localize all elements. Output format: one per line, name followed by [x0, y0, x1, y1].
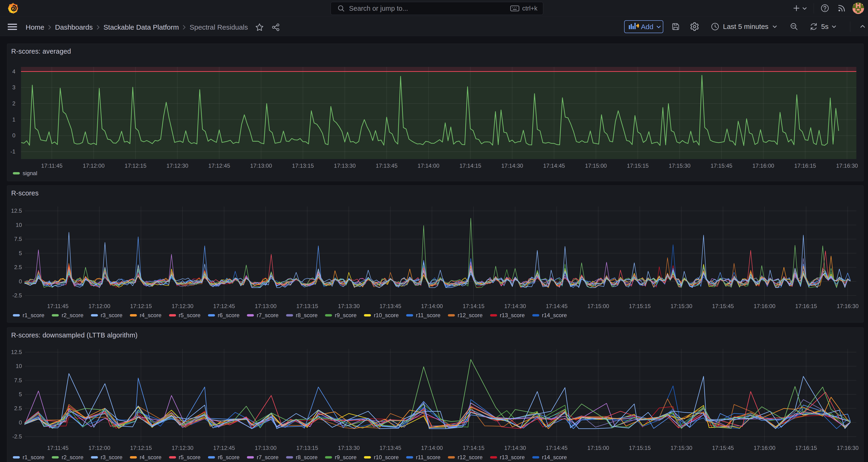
- svg-text:17:13:15: 17:13:15: [296, 445, 318, 451]
- svg-text:17:13:45: 17:13:45: [376, 162, 398, 169]
- svg-text:3: 3: [12, 84, 16, 91]
- svg-text:17:15:15: 17:15:15: [629, 303, 651, 309]
- svg-text:17:11:45: 17:11:45: [47, 445, 68, 451]
- svg-text:17:12:30: 17:12:30: [172, 445, 193, 451]
- svg-text:17:12:00: 17:12:00: [83, 162, 104, 169]
- svg-text:17:15:00: 17:15:00: [587, 303, 609, 309]
- svg-text:17:14:15: 17:14:15: [460, 162, 481, 169]
- svg-text:17:14:15: 17:14:15: [463, 303, 484, 309]
- svg-text:5: 5: [19, 391, 22, 397]
- svg-text:17:15:15: 17:15:15: [629, 445, 651, 451]
- svg-text:17:13:00: 17:13:00: [250, 162, 272, 169]
- svg-text:10: 10: [16, 222, 22, 228]
- svg-text:17:16:15: 17:16:15: [794, 162, 816, 169]
- svg-text:17:11:45: 17:11:45: [47, 303, 68, 309]
- svg-text:0: 0: [19, 278, 22, 284]
- svg-text:-2.5: -2.5: [12, 433, 22, 440]
- svg-text:10: 10: [16, 363, 22, 369]
- svg-text:17:12:45: 17:12:45: [213, 445, 235, 451]
- svg-text:17:13:15: 17:13:15: [292, 162, 314, 169]
- svg-text:17:13:30: 17:13:30: [338, 445, 360, 451]
- svg-text:17:16:30: 17:16:30: [837, 303, 859, 309]
- svg-text:-2.5: -2.5: [12, 292, 22, 299]
- svg-text:17:14:30: 17:14:30: [504, 445, 526, 451]
- svg-text:12.5: 12.5: [11, 349, 22, 355]
- svg-text:17:15:00: 17:15:00: [587, 445, 609, 451]
- svg-text:17:14:00: 17:14:00: [421, 445, 443, 451]
- svg-text:5: 5: [19, 250, 22, 256]
- svg-text:2: 2: [12, 100, 16, 106]
- svg-text:17:15:45: 17:15:45: [712, 445, 734, 451]
- svg-text:17:15:30: 17:15:30: [671, 445, 692, 451]
- svg-text:2.5: 2.5: [14, 264, 22, 270]
- svg-text:17:16:00: 17:16:00: [752, 162, 774, 169]
- svg-text:17:16:15: 17:16:15: [795, 445, 817, 451]
- svg-text:17:12:15: 17:12:15: [130, 445, 152, 451]
- svg-text:17:13:15: 17:13:15: [296, 303, 318, 309]
- svg-text:17:16:30: 17:16:30: [837, 445, 859, 451]
- svg-text:17:16:00: 17:16:00: [753, 445, 775, 451]
- svg-text:17:13:00: 17:13:00: [255, 445, 277, 451]
- svg-text:17:16:00: 17:16:00: [753, 303, 775, 309]
- svg-text:17:12:00: 17:12:00: [89, 445, 110, 451]
- svg-text:-1: -1: [10, 148, 16, 155]
- svg-text:0: 0: [19, 419, 22, 426]
- svg-text:17:13:30: 17:13:30: [338, 303, 360, 309]
- svg-text:17:15:45: 17:15:45: [711, 162, 732, 169]
- svg-text:17:14:45: 17:14:45: [546, 445, 567, 451]
- svg-text:17:13:00: 17:13:00: [255, 303, 277, 309]
- svg-text:17:12:15: 17:12:15: [130, 303, 152, 309]
- svg-text:17:15:30: 17:15:30: [669, 162, 690, 169]
- svg-text:17:13:45: 17:13:45: [379, 445, 401, 451]
- svg-text:17:14:15: 17:14:15: [463, 445, 484, 451]
- svg-text:17:14:00: 17:14:00: [421, 303, 443, 309]
- svg-text:2.5: 2.5: [14, 405, 22, 411]
- svg-text:17:14:45: 17:14:45: [543, 162, 565, 169]
- svg-text:17:12:45: 17:12:45: [213, 303, 235, 309]
- svg-text:17:15:45: 17:15:45: [712, 303, 734, 309]
- svg-text:7.5: 7.5: [14, 236, 22, 242]
- svg-text:12.5: 12.5: [11, 208, 22, 214]
- svg-text:17:15:15: 17:15:15: [627, 162, 649, 169]
- svg-text:17:15:00: 17:15:00: [585, 162, 607, 169]
- svg-text:17:14:45: 17:14:45: [546, 303, 567, 309]
- svg-text:17:12:00: 17:12:00: [89, 303, 110, 309]
- svg-text:17:12:45: 17:12:45: [209, 162, 230, 169]
- svg-text:17:13:45: 17:13:45: [379, 303, 401, 309]
- svg-text:17:15:30: 17:15:30: [671, 303, 692, 309]
- svg-text:1: 1: [12, 116, 16, 123]
- svg-text:17:11:45: 17:11:45: [41, 162, 62, 169]
- svg-text:4: 4: [12, 68, 16, 74]
- svg-text:17:12:30: 17:12:30: [172, 303, 193, 309]
- svg-text:17:16:30: 17:16:30: [836, 162, 858, 169]
- svg-text:17:14:30: 17:14:30: [504, 303, 526, 309]
- svg-text:17:14:30: 17:14:30: [501, 162, 523, 169]
- svg-text:17:12:30: 17:12:30: [166, 162, 188, 169]
- svg-text:0: 0: [12, 132, 16, 138]
- svg-text:17:16:15: 17:16:15: [795, 303, 817, 309]
- svg-text:7.5: 7.5: [14, 377, 22, 383]
- svg-text:17:14:00: 17:14:00: [417, 162, 439, 169]
- svg-text:17:12:15: 17:12:15: [125, 162, 147, 169]
- svg-text:17:13:30: 17:13:30: [334, 162, 355, 169]
